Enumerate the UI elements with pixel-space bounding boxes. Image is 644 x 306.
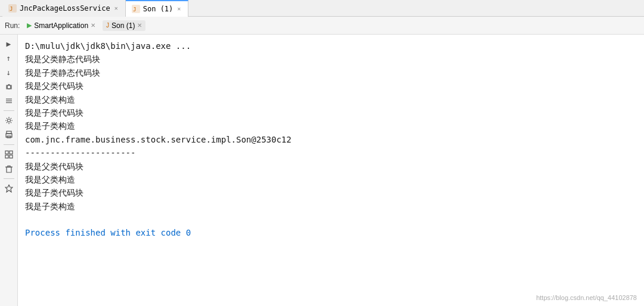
console-line-1: D:\mulu\jdk\jdk8\bin\java.exe ... bbox=[25, 39, 637, 52]
svg-rect-15 bbox=[10, 155, 13, 158]
tab-jnc-label: JncPackageLossService bbox=[20, 4, 110, 13]
tab-jnc-close[interactable]: ✕ bbox=[113, 4, 119, 12]
trash-icon[interactable] bbox=[2, 162, 16, 175]
up-icon[interactable]: ↑ bbox=[2, 51, 16, 64]
run-smart-app-icon: ▶ bbox=[27, 21, 32, 29]
camera-icon[interactable] bbox=[2, 80, 16, 93]
console-line-5: 我是父类构造 bbox=[25, 93, 637, 106]
console-line-14 bbox=[25, 213, 637, 226]
main-area: ▶ ↑ ↓ bbox=[0, 35, 644, 306]
run-smart-app[interactable]: ▶ SmartApplication ✕ bbox=[23, 20, 99, 31]
run-son-icon: J bbox=[106, 22, 109, 29]
console-line-3: 我是子类静态代码块 bbox=[25, 66, 637, 79]
console-line-8: com.jnc.frame.business.stock.service.imp… bbox=[25, 133, 637, 146]
console-line-6: 我是子类代码块 bbox=[25, 106, 637, 119]
tab-jnc[interactable]: J JncPackageLossService ✕ bbox=[2, 0, 126, 17]
run-son-label: Son (1) bbox=[112, 21, 135, 30]
tab-bar: J JncPackageLossService ✕ J Son (1) ✕ bbox=[0, 0, 644, 17]
console-line-7: 我是子类构造 bbox=[25, 119, 637, 132]
list-lines-icon[interactable] bbox=[2, 94, 16, 107]
console-line-2: 我是父类静态代码块 bbox=[25, 52, 637, 66]
svg-text:J: J bbox=[10, 6, 13, 12]
divider-2 bbox=[4, 144, 14, 145]
divider-3 bbox=[4, 178, 14, 179]
svg-text:J: J bbox=[133, 7, 136, 13]
console-line-15: Process finished with exit code 0 bbox=[25, 226, 637, 239]
grid-icon[interactable] bbox=[2, 148, 16, 161]
run-son[interactable]: J Son (1) ✕ bbox=[103, 20, 145, 31]
console-line-12: 我是子类代码块 bbox=[25, 186, 637, 199]
run-smart-app-close[interactable]: ✕ bbox=[91, 22, 95, 29]
run-smart-app-label: SmartApplication bbox=[34, 21, 88, 30]
java-file-icon: J bbox=[8, 4, 17, 13]
tab-son-close[interactable]: ✕ bbox=[176, 5, 182, 13]
console-line-4: 我是父类代码块 bbox=[25, 79, 637, 92]
run-bar: Run: ▶ SmartApplication ✕ J Son (1) ✕ bbox=[0, 17, 644, 35]
console-line-13: 我是子类构造 bbox=[25, 200, 637, 213]
gear-icon[interactable] bbox=[2, 114, 16, 127]
pin-icon[interactable] bbox=[2, 182, 16, 195]
svg-rect-14 bbox=[5, 155, 8, 158]
svg-point-4 bbox=[7, 85, 11, 89]
console-line-11: 我是父类构造 bbox=[25, 173, 637, 186]
java-file-icon-2: J bbox=[132, 5, 140, 13]
print-icon[interactable] bbox=[2, 128, 16, 141]
divider-1 bbox=[4, 110, 14, 111]
tab-son[interactable]: J Son (1) ✕ bbox=[126, 0, 189, 17]
sidebar: ▶ ↑ ↓ bbox=[0, 35, 18, 306]
svg-rect-13 bbox=[10, 151, 13, 154]
play-icon[interactable]: ▶ bbox=[2, 37, 16, 50]
console-line-9: ---------------------- bbox=[25, 146, 637, 159]
tab-son-label: Son (1) bbox=[143, 5, 174, 13]
watermark: https://blog.csdn.net/qq_44102878 bbox=[536, 294, 637, 301]
svg-rect-12 bbox=[5, 151, 8, 154]
svg-rect-9 bbox=[7, 131, 11, 134]
svg-point-8 bbox=[7, 119, 10, 122]
console-line-10: 我是父类代码块 bbox=[25, 160, 637, 173]
run-son-close[interactable]: ✕ bbox=[137, 22, 142, 29]
down-icon[interactable]: ↓ bbox=[2, 66, 16, 79]
run-label: Run: bbox=[5, 21, 20, 30]
console-output[interactable]: D:\mulu\jdk\jdk8\bin\java.exe ... 我是父类静态… bbox=[18, 35, 644, 306]
